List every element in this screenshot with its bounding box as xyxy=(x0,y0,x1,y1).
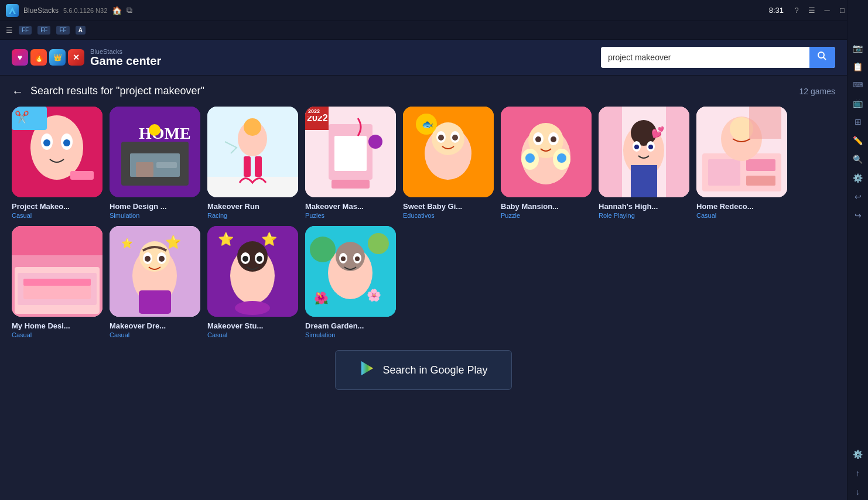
game-thumb-home-design: HOME xyxy=(110,107,200,197)
svg-point-8 xyxy=(43,139,50,146)
svg-rect-19 xyxy=(156,162,177,168)
game-genre-makeover-run: Racing xyxy=(207,212,298,219)
sidebar-icon-down[interactable]: ↓ xyxy=(848,484,869,500)
sidebar-icon-screenshot[interactable]: 📷 xyxy=(848,40,869,56)
sidebar-icon-gear-1[interactable]: ⚙️ xyxy=(848,170,869,186)
ff-badge-2[interactable]: FF xyxy=(37,26,50,35)
search-query: "project makeover" xyxy=(116,85,204,97)
game-card-dream-garden[interactable]: 🌸 🌺 Dream Garden...Simulation xyxy=(305,226,396,338)
svg-text:💕: 💕 xyxy=(651,126,665,139)
svg-point-104 xyxy=(341,256,346,261)
sidebar-icon-tv[interactable]: 📺 xyxy=(848,95,869,111)
google-play-section: Search in Google Play xyxy=(12,350,835,390)
svg-point-9 xyxy=(63,139,70,146)
game-card-home-redeco[interactable]: Home Redeco...Casual xyxy=(696,107,787,219)
minimize-btn[interactable]: ─ xyxy=(822,6,832,15)
game-genre-dream-garden: Simulation xyxy=(305,331,396,338)
game-title-makeover-run: Makeover Run xyxy=(207,202,298,211)
sidebar-icon-settings[interactable]: ⚙️ xyxy=(848,446,869,463)
svg-point-39 xyxy=(452,135,458,141)
sidebar-icon-refresh[interactable]: ↩ xyxy=(848,189,869,205)
svg-point-48 xyxy=(551,136,556,142)
help-icon[interactable]: ? xyxy=(792,6,801,15)
game-card-sweet-baby[interactable]: 🐟 Sweet Baby Gi...Educativos xyxy=(403,107,494,219)
logo-fire: 🔥 xyxy=(30,49,47,66)
ff-badge-3[interactable]: FF xyxy=(56,26,69,35)
game-title-hannahs-high: Hannah's High... xyxy=(599,202,689,211)
game-title-makeover-dre: Makeover Dre... xyxy=(110,321,200,330)
svg-point-38 xyxy=(438,135,444,141)
maximize-btn[interactable]: □ xyxy=(838,6,847,15)
game-card-project-makeover[interactable]: ✂️ Project Makeo...Casual xyxy=(12,107,102,219)
svg-point-59 xyxy=(634,145,639,149)
game-genre-makeover-stu: Casual xyxy=(207,331,298,338)
svg-rect-67 xyxy=(746,176,775,186)
header-title: BlueStacks Game center xyxy=(90,49,161,67)
game-title-sweet-baby: Sweet Baby Gi... xyxy=(403,202,494,211)
game-card-makeover-dre[interactable]: ⭐ ⭐ Makeover Dre...Casual xyxy=(110,226,200,338)
hamburger-icon[interactable]: ☰ xyxy=(6,26,13,35)
game-genre-home-design: Simulation xyxy=(110,212,200,219)
svg-rect-75 xyxy=(23,279,91,286)
game-title-makeover-mas: Makeover Mas... xyxy=(305,202,396,211)
game-title-baby-mansion: Baby Mansion... xyxy=(501,202,592,211)
ff-badge-1[interactable]: FF xyxy=(19,26,32,35)
header: ♥ 🔥 👑 ✕ BlueStacks Game center xyxy=(0,40,847,76)
game-card-makeover-mas[interactable]: 2022 2022Makeover Mas...Puzles xyxy=(305,107,396,219)
bluestacks-label: BlueStacks xyxy=(90,49,161,55)
svg-rect-23 xyxy=(244,156,251,177)
sidebar-icon-grid[interactable]: ⊞ xyxy=(848,114,869,130)
svg-point-94 xyxy=(242,256,248,262)
sidebar-icon-up[interactable]: ↑ xyxy=(848,465,869,481)
game-card-home-design[interactable]: HOME Home Design ...Simulation xyxy=(110,107,200,219)
search-prefix: Search results for xyxy=(30,85,116,97)
svg-text:⭐: ⭐ xyxy=(218,231,234,247)
game-card-makeover-stu[interactable]: ⭐ ⭐ Makeover Stu...Casual xyxy=(207,226,298,338)
game-card-makeover-run[interactable]: Makeover RunRacing xyxy=(207,107,298,219)
games-count: 12 games xyxy=(799,87,835,96)
svg-text:⭐: ⭐ xyxy=(165,234,182,250)
svg-marker-110 xyxy=(361,361,373,375)
menu-icon[interactable]: ☰ xyxy=(807,6,816,15)
search-input[interactable] xyxy=(601,48,809,67)
game-genre-hannahs-high: Role Playing xyxy=(599,212,689,219)
search-header: ← Search results for "project makeover" … xyxy=(12,85,835,97)
sidebar-icon-search[interactable]: 🔍 xyxy=(848,151,869,167)
game-thumb-makeover-mas: 2022 2022 xyxy=(305,107,396,197)
game-card-my-home[interactable]: My Home Desi...Casual xyxy=(12,226,102,338)
game-thumb-home-redeco xyxy=(696,107,787,197)
game-card-baby-mansion[interactable]: Baby Mansion...Puzzle xyxy=(501,107,592,219)
multi-instance-icon[interactable]: ⧉ xyxy=(127,5,132,15)
game-card-hannahs-high[interactable]: 💕 Hannah's High...Role Playing xyxy=(599,107,689,219)
game-genre-baby-mansion: Puzzle xyxy=(501,212,592,219)
back-button[interactable]: ← xyxy=(12,85,23,97)
svg-text:✂️: ✂️ xyxy=(15,110,29,124)
time-display: 8:31 xyxy=(769,6,784,15)
svg-rect-24 xyxy=(255,156,262,177)
version: 5.6.0.1126 N32 xyxy=(63,7,107,14)
svg-point-47 xyxy=(535,136,541,142)
svg-point-98 xyxy=(235,301,270,315)
svg-rect-70 xyxy=(749,107,781,139)
svg-point-106 xyxy=(310,237,336,262)
sidebar-icon-edit[interactable]: ✏️ xyxy=(848,132,869,149)
main-content: ♥ 🔥 👑 ✕ BlueStacks Game center xyxy=(0,40,847,411)
page-content: ← Search results for "project makeover" … xyxy=(0,76,847,411)
sidebar-icon-forward[interactable]: ↪ xyxy=(848,207,869,224)
sidebar-icon-keyboard[interactable]: ⌨ xyxy=(848,77,869,93)
a-badge[interactable]: A xyxy=(76,26,86,35)
logo-crown: 👑 xyxy=(49,49,66,66)
game-thumb-sweet-baby: 🐟 xyxy=(403,107,494,197)
game-title-makeover-stu: Makeover Stu... xyxy=(207,321,298,330)
sidebar-icon-clipboard[interactable]: 📋 xyxy=(848,59,869,75)
game-thumb-my-home xyxy=(12,226,102,317)
svg-rect-76 xyxy=(12,226,102,255)
logo-heart: ♥ xyxy=(12,49,28,66)
game-title-my-home: My Home Desi... xyxy=(12,321,102,330)
game-thumb-baby-mansion xyxy=(501,107,592,197)
google-play-button[interactable]: Search in Google Play xyxy=(335,350,511,390)
home-icon[interactable]: 🏠 xyxy=(112,6,122,15)
svg-rect-32 xyxy=(332,180,370,189)
svg-point-107 xyxy=(368,233,389,254)
search-button[interactable] xyxy=(809,47,835,68)
